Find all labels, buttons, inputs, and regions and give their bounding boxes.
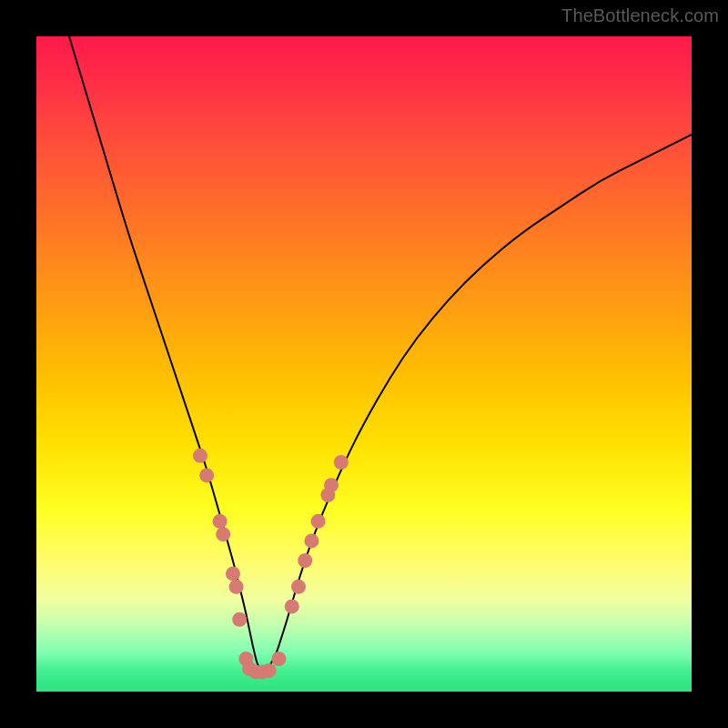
marker-dot: [226, 566, 240, 581]
marker-dot: [213, 514, 228, 529]
marker-dot: [304, 533, 318, 548]
marker-dot: [193, 449, 207, 463]
marker-dot: [229, 580, 244, 594]
marker-dot: [199, 468, 214, 482]
marker-dot: [324, 478, 339, 492]
marker-dot: [311, 514, 326, 529]
bottleneck-curve: [69, 36, 692, 670]
chart-container: TheBottleneck.com: [0, 0, 728, 728]
marker-dot: [271, 652, 286, 666]
marker-dot: [232, 612, 247, 627]
plot-area: [36, 36, 692, 692]
curve-layer: [36, 36, 692, 692]
marker-dot: [216, 527, 230, 541]
marker-dot: [291, 580, 306, 594]
watermark-text: TheBottleneck.com: [561, 5, 719, 26]
marker-dot: [298, 553, 312, 568]
curve-path: [69, 36, 692, 670]
marker-dot: [334, 455, 349, 470]
marker-dot: [285, 599, 299, 613]
marker-dot: [262, 663, 277, 678]
highlight-markers: [193, 449, 349, 680]
